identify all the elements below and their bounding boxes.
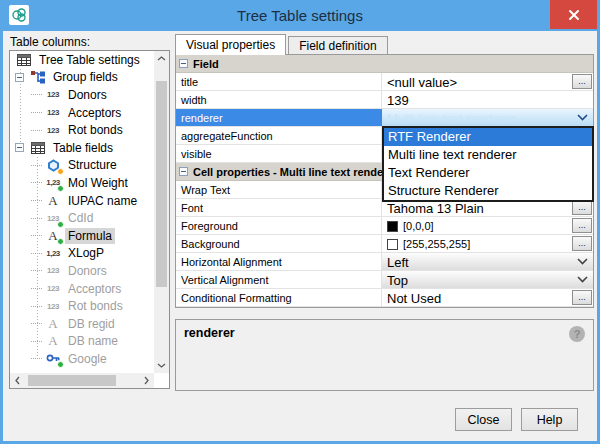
property-value[interactable]: [0,0,0] ... [382,217,593,234]
property-label[interactable]: aggregateFunction [176,127,382,144]
help-icon[interactable]: ? [569,326,585,342]
integer-icon: 123 [44,299,62,314]
tree-vertical-scrollbar[interactable] [154,51,169,373]
collapse-group-icon[interactable] [179,167,188,176]
close-button[interactable]: Close [455,408,512,431]
tab-bar: Visual properties Field definition [175,34,388,55]
collapse-group-icon[interactable] [179,59,188,68]
horizontal-alignment-combobox[interactable]: Left [382,253,593,270]
property-label[interactable]: Horizontal Alignment [176,253,382,270]
app-icon [9,5,29,25]
property-label[interactable]: title [176,73,382,90]
tree-item-xlogp[interactable]: 1,23 XLogP [10,245,154,263]
help-button[interactable]: Help [521,408,578,431]
tree-item-google[interactable]: Google [10,350,154,368]
scroll-up-icon[interactable] [154,51,169,66]
property-value[interactable]: [255,255,255] ... [382,235,593,252]
table-icon [15,52,33,67]
tree-item-structure[interactable]: Structure [10,157,154,175]
ellipsis-button[interactable]: ... [572,74,592,89]
property-label[interactable]: Foreground [176,217,382,234]
integer-icon: 123 [44,263,62,278]
tree-item-donors-2[interactable]: 123 Donors [10,262,154,280]
text-icon: A [44,228,62,243]
table-columns-label: Table columns: [10,35,90,49]
tree-item-db-regid[interactable]: A DB regid [10,315,154,333]
renderer-combobox[interactable]: Multi line text renderer [382,109,593,126]
tab-field-definition[interactable]: Field definition [288,36,387,55]
property-label[interactable]: Conditional Formatting [176,289,382,306]
dropdown-item-multi-line-text-renderer[interactable]: Multi line text renderer [384,146,592,164]
property-label[interactable]: Wrap Text [176,181,382,198]
scrollbar-thumb[interactable] [28,375,116,386]
property-row-foreground: Foreground [0,0,0] ... [176,217,593,235]
text-icon: A [44,193,62,208]
property-row-renderer: renderer Multi line text renderer [176,109,593,127]
property-row-vertical-alignment: Vertical Alignment Top [176,271,593,289]
property-label[interactable]: Vertical Alignment [176,271,382,288]
scroll-down-icon[interactable] [154,358,169,373]
tree-item-rot-bonds-2[interactable]: 123 Rot bonds [10,297,154,315]
tree-item-cdid[interactable]: 123 CdId [10,209,154,227]
property-label[interactable]: Background [176,235,382,252]
chevron-down-icon [577,276,588,283]
dropdown-item-structure-renderer[interactable]: Structure Renderer [384,182,592,200]
property-description-panel: renderer ? [175,319,594,391]
integer-icon: 123 [44,87,62,102]
tree-item-db-name[interactable]: A DB name [10,333,154,351]
scroll-right-icon[interactable] [139,373,154,388]
table-icon [29,140,47,155]
collapse-expander-icon[interactable] [15,73,24,82]
tree-item-tree-table-settings[interactable]: Tree Table settings [10,51,154,69]
tree-item-group-fields[interactable]: Group fields [10,69,154,87]
close-window-button[interactable] [550,0,597,29]
property-value[interactable]: <null value> ... [382,73,593,90]
tree-item-formula[interactable]: A Formula [10,227,154,245]
group-header-field[interactable]: Field [176,55,593,73]
decimal-icon: 1,23 [44,175,62,190]
property-row-width: width 139 [176,91,593,109]
ellipsis-button[interactable]: ... [572,236,592,251]
chevron-down-icon [577,114,588,121]
property-label[interactable]: renderer [176,109,382,126]
tree-item-mol-weight[interactable]: 1,23 Mol Weight [10,174,154,192]
calculated-badge-icon [57,361,64,368]
window-title: Tree Table settings [0,7,600,24]
dropdown-item-rtf-renderer[interactable]: RTF Renderer [384,128,592,146]
tree-item-acceptors[interactable]: 123 Acceptors [10,104,154,122]
title-bar[interactable]: Tree Table settings [0,0,600,31]
ellipsis-button[interactable]: ... [572,290,592,305]
property-label[interactable]: Font [176,199,382,216]
scroll-left-icon[interactable] [10,373,25,388]
tree-item-acceptors-2[interactable]: 123 Acceptors [10,280,154,298]
property-label[interactable]: width [176,91,382,108]
ellipsis-button[interactable]: ... [572,218,592,233]
property-label[interactable]: visible [176,145,382,162]
property-value[interactable]: Not Used ... [382,289,593,306]
scrollbar-thumb[interactable] [156,81,167,287]
decimal-icon: 1,23 [44,246,62,261]
tab-visual-properties[interactable]: Visual properties [175,34,286,55]
tree-item-iupac-name[interactable]: A IUPAC name [10,192,154,210]
property-row-horizontal-alignment: Horizontal Alignment Left [176,253,593,271]
color-swatch [387,221,398,232]
property-row-background: Background [255,255,255] ... [176,235,593,253]
tree-item-rot-bonds[interactable]: 123 Rot bonds [10,121,154,139]
dropdown-item-text-renderer[interactable]: Text Renderer [384,164,592,182]
property-row-title: title <null value> ... [176,73,593,91]
tree-horizontal-scrollbar[interactable] [10,373,154,388]
tree-item-table-fields[interactable]: Table fields [10,139,154,157]
structure-icon [44,158,62,173]
tree-item-donors[interactable]: 123 Donors [10,86,154,104]
key-icon [44,351,62,366]
vertical-alignment-combobox[interactable]: Top [382,271,593,288]
close-icon [568,9,580,21]
chevron-down-icon [577,258,588,265]
text-icon: A [44,334,62,349]
ellipsis-button[interactable]: ... [572,200,592,215]
collapse-expander-icon[interactable] [15,143,24,152]
integer-icon: 123 [44,123,62,138]
renderer-dropdown-list: RTF Renderer Multi line text renderer Te… [382,126,594,202]
property-row-conditional-formatting: Conditional Formatting Not Used ... [176,289,593,307]
property-value[interactable]: 139 [382,91,593,108]
